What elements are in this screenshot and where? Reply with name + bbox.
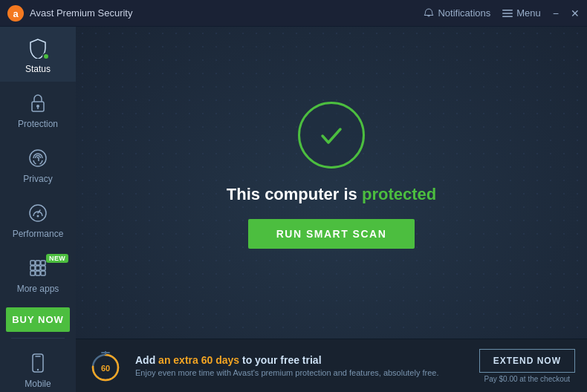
sidebar-item-more-apps[interactable]: NEW More apps <box>0 246 76 301</box>
banner-title-highlight: an extra 60 days <box>158 354 239 366</box>
timer-icon-wrap: 60 <box>88 348 123 384</box>
banner-title-prefix: Add <box>135 354 158 366</box>
svg-rect-20 <box>41 271 45 275</box>
sidebar-item-privacy[interactable]: Privacy <box>0 137 76 192</box>
new-badge: NEW <box>46 254 68 263</box>
menu-label: Menu <box>516 7 541 19</box>
sidebar-mobile-label: Mobile <box>25 379 51 389</box>
more-apps-icon-wrap <box>27 257 49 279</box>
extend-sub-text: Pay $0.00 at the checkout <box>484 375 571 383</box>
buy-now-button[interactable]: BUY NOW <box>6 307 70 332</box>
svg-rect-15 <box>30 266 35 270</box>
sidebar-bottom: BUY NOW Mobile <box>0 301 76 392</box>
svg-rect-18 <box>30 271 35 275</box>
banner-title-suffix: to your free trial <box>239 354 321 366</box>
bell-icon <box>424 8 434 19</box>
sidebar: Status Protection <box>0 27 76 392</box>
menu-icon <box>502 8 513 19</box>
minimize-button[interactable]: − <box>553 7 559 19</box>
svg-rect-12 <box>30 261 35 265</box>
protected-text-highlight: protected <box>362 185 436 203</box>
sidebar-status-label: Status <box>25 64 51 74</box>
sidebar-item-performance[interactable]: Performance <box>0 192 76 246</box>
sidebar-item-mobile[interactable]: Mobile <box>0 342 76 392</box>
notifications-label: Notifications <box>438 7 490 19</box>
privacy-fingerprint-icon <box>27 148 48 169</box>
extend-button-wrap: EXTEND NOW Pay $0.00 at the checkout <box>479 349 575 383</box>
main-content: This computer is protected RUN SMART SCA… <box>76 27 587 392</box>
sidebar-divider <box>11 338 64 339</box>
app-title: Avast Premium Security <box>30 7 132 19</box>
performance-gauge-icon <box>27 203 48 223</box>
protection-icon-wrap <box>27 92 49 114</box>
timer-svg-icon: 60 <box>88 348 123 384</box>
notifications-button[interactable]: Notifications <box>424 7 490 19</box>
svg-rect-13 <box>36 261 40 265</box>
titlebar-right: Notifications Menu − ✕ <box>424 7 580 19</box>
status-icon-wrap <box>27 37 49 59</box>
run-smart-scan-button[interactable]: RUN SMART SCAN <box>248 219 415 249</box>
banner-title: Add an extra 60 days to your free trial <box>135 354 467 366</box>
svg-rect-3 <box>502 13 513 14</box>
svg-rect-17 <box>41 266 45 270</box>
sidebar-more-apps-label: More apps <box>17 284 59 294</box>
close-button[interactable]: ✕ <box>571 7 580 19</box>
performance-icon-wrap <box>27 202 49 224</box>
svg-text:a: a <box>13 8 19 19</box>
checkmark-icon <box>315 119 348 151</box>
svg-text:60: 60 <box>101 364 110 373</box>
titlebar-left: a Avast Premium Security <box>7 5 132 22</box>
svg-point-22 <box>37 369 39 370</box>
banner-subtitle: Enjoy even more time with Avast's premiu… <box>135 368 467 377</box>
avast-logo-icon: a <box>7 5 24 22</box>
bottom-banner: 60 Add an extra 60 days to your free tri… <box>76 339 587 392</box>
banner-text: Add an extra 60 days to your free trial … <box>135 354 467 377</box>
titlebar: a Avast Premium Security Notifications M… <box>0 0 587 27</box>
sidebar-item-status[interactable]: Status <box>0 27 76 82</box>
privacy-icon-wrap <box>27 147 49 169</box>
svg-rect-4 <box>502 16 513 17</box>
extend-now-button[interactable]: EXTEND NOW <box>479 349 575 373</box>
sidebar-privacy-label: Privacy <box>23 174 52 184</box>
sidebar-item-protection[interactable]: Protection <box>0 82 76 137</box>
sidebar-performance-label: Performance <box>13 229 64 239</box>
menu-button[interactable]: Menu <box>502 7 541 19</box>
svg-rect-19 <box>36 271 40 275</box>
svg-rect-16 <box>36 266 40 270</box>
protected-text-prefix: This computer is <box>227 185 362 203</box>
protection-lock-icon <box>28 93 48 114</box>
more-apps-grid-icon <box>27 258 48 278</box>
svg-point-6 <box>36 105 39 108</box>
content-inner: This computer is protected RUN SMART SCA… <box>76 27 587 339</box>
mobile-icon-wrap <box>27 352 49 374</box>
svg-point-8 <box>30 150 46 166</box>
protected-text: This computer is protected <box>227 185 436 204</box>
status-active-dot <box>42 53 50 60</box>
svg-point-11 <box>37 215 39 218</box>
protected-status-circle <box>298 102 365 169</box>
sidebar-protection-label: Protection <box>18 119 58 129</box>
mobile-phone-icon <box>31 353 45 373</box>
svg-rect-14 <box>41 261 45 265</box>
svg-rect-2 <box>502 10 513 11</box>
main-layout: Status Protection <box>0 27 587 392</box>
